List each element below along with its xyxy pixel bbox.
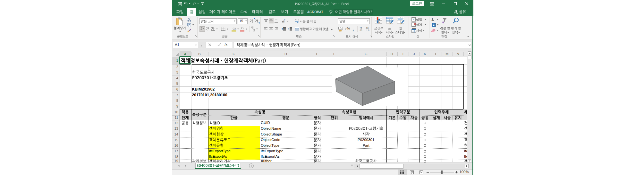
svg-text:≠: ≠ <box>379 21 380 23</box>
svg-text:ab: ab <box>282 21 284 23</box>
svg-text:.00: .00 <box>366 27 369 29</box>
svg-text:.00: .00 <box>359 29 362 31</box>
svg-text:.0: .0 <box>360 27 362 29</box>
svg-text:.0: .0 <box>368 29 369 31</box>
